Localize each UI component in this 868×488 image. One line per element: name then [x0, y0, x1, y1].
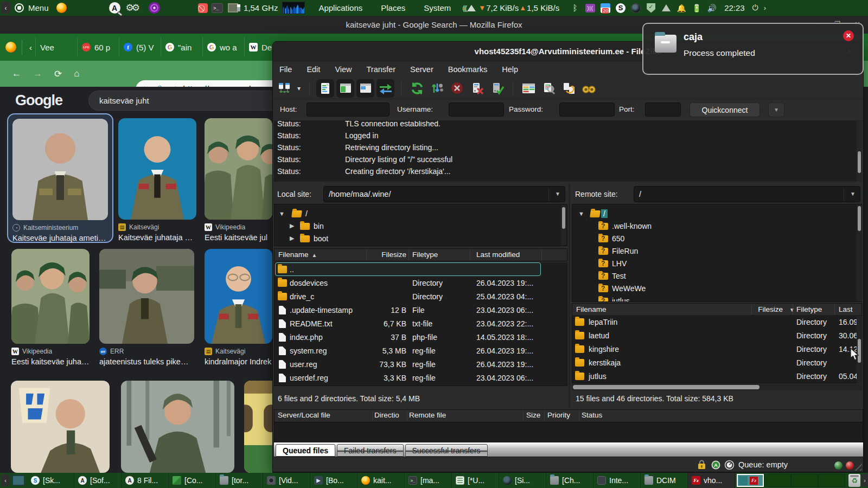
toggle-log-view-icon[interactable] — [316, 79, 334, 98]
reconnect-icon[interactable] — [488, 79, 506, 98]
applications-menu[interactable]: Applications — [314, 3, 367, 12]
battery-icon[interactable]: 🔋 — [692, 3, 701, 13]
host-input[interactable] — [307, 102, 390, 117]
taskbar-window-button[interactable]: 8 Fil... — [122, 473, 169, 488]
system-menu[interactable]: System — [419, 3, 456, 12]
column-remote-file[interactable]: Remote file — [409, 411, 446, 419]
pane-splitter[interactable] — [569, 184, 570, 408]
column-filename[interactable]: Filename — [576, 305, 607, 313]
process-queue-icon[interactable] — [428, 79, 446, 98]
tree-item-selected[interactable]: / — [601, 209, 608, 218]
quickconnect-button[interactable]: Quickconnect — [690, 102, 760, 117]
shield-tray-icon[interactable] — [647, 3, 655, 13]
cpu-applet-icon[interactable] — [228, 3, 238, 12]
browser-tab[interactable]: wo a — [202, 37, 244, 57]
blocker-icon[interactable]: ⃠ — [198, 3, 208, 13]
firefox-icon[interactable] — [5, 42, 16, 53]
chevron-down-icon[interactable]: ▼ — [555, 191, 560, 197]
log-scrollbar[interactable] — [857, 121, 862, 182]
site-manager-dropdown-icon[interactable]: ▾ — [297, 85, 301, 92]
search-tool-icon[interactable]: A — [109, 2, 120, 14]
clock[interactable]: 22:23 — [724, 3, 745, 12]
column-server-local[interactable]: Server/Local file — [278, 411, 330, 419]
file-row[interactable]: lepaTriin Directory 16.09 — [572, 315, 861, 329]
column-filesize[interactable]: Filesize — [367, 251, 406, 259]
notification-close-icon[interactable]: ✕ — [843, 30, 854, 41]
trash-applet-icon[interactable]: ♻ — [848, 474, 860, 487]
file-row[interactable]: system.reg 5,3 MB reg-file 26.04.2023 19… — [275, 344, 567, 357]
panel-collapse-left-icon[interactable]: ‹ — [1, 2, 10, 14]
taskbar-window-button[interactable]: [Co... — [169, 473, 216, 488]
result-title[interactable]: ajateenistus tuleks pike… — [99, 357, 194, 366]
image-result-card[interactable] — [244, 381, 272, 473]
taskbar-window-button[interactable]: [Ch... — [546, 473, 593, 488]
menu-server[interactable]: Server — [405, 63, 439, 76]
menu-button[interactable]: Menu — [28, 3, 49, 12]
taskbar-window-button[interactable]: DCIM — [641, 473, 688, 488]
tree-item[interactable]: / — [305, 209, 308, 218]
file-row[interactable]: .. — [275, 262, 567, 276]
tree-item[interactable]: FileRun — [612, 247, 638, 255]
mint-menu-icon[interactable] — [15, 3, 24, 12]
back-icon[interactable]: ← — [12, 68, 21, 79]
image-result-card[interactable]: WVikipeedia Eesti kaitseväe juha… — [11, 249, 90, 370]
column-filetype[interactable]: Filetype — [412, 251, 438, 259]
column-size[interactable]: Size — [526, 411, 540, 419]
file-row[interactable]: drive_c Directory 25.04.2023 04:... — [275, 290, 567, 303]
cancel-icon[interactable] — [448, 79, 466, 98]
local-site-combo[interactable]: /home/maa/.wine/ ▼ — [323, 186, 565, 202]
home-icon[interactable]: ⌂ — [74, 68, 79, 79]
tree-item[interactable]: WeWeWe — [612, 284, 646, 293]
synchronized-browsing-icon[interactable] — [560, 79, 578, 98]
workspace-1[interactable] — [737, 474, 764, 487]
workspace-2[interactable] — [764, 474, 791, 487]
panel-collapse-right-icon[interactable]: › — [764, 4, 766, 12]
collapsed-icon[interactable]: ▶ — [290, 235, 294, 242]
menu-bookmarks[interactable]: Bookmarks — [443, 63, 493, 76]
file-row[interactable]: index.php 37 B php-file 14.05.2023 18:..… — [275, 330, 567, 344]
taskbar-window-button[interactable]: [Sof... — [74, 473, 122, 488]
tree-item[interactable]: LHV — [612, 259, 627, 268]
calendar-icon[interactable] — [601, 3, 610, 13]
file-row[interactable]: kerstikaja Directory — [572, 356, 861, 369]
taskbar-window-button[interactable]: vho... — [688, 473, 735, 488]
password-input[interactable] — [559, 102, 615, 117]
queue-tab[interactable]: Failed transfers — [337, 444, 403, 457]
tor-browser-icon[interactable] — [149, 2, 160, 14]
queue-tab[interactable]: Queued files — [276, 444, 335, 457]
file-row[interactable]: laetud Directory 30.06 — [572, 329, 861, 342]
workspace-switcher[interactable] — [737, 474, 845, 487]
file-row[interactable]: user.reg 73,3 KB reg-file 26.04.2023 19:… — [275, 357, 567, 371]
menu-edit[interactable]: Edit — [301, 63, 326, 76]
tree-item[interactable]: bin — [314, 222, 324, 230]
firefox-launcher-icon[interactable] — [56, 3, 67, 13]
tree-item[interactable]: 650 — [612, 234, 624, 243]
taskbar-window-button[interactable]: [Si... — [499, 473, 546, 488]
image-result-card[interactable]: ▤Kaitsevägi Kaitseväe juhataja … — [118, 118, 196, 243]
port-input[interactable] — [645, 102, 681, 117]
collapsed-icon[interactable]: ▶ — [290, 222, 294, 229]
taskbar-window-button[interactable]: kait... — [358, 473, 405, 488]
bluetooth-icon[interactable]: ᛒ — [570, 3, 580, 13]
site-manager-icon[interactable] — [275, 79, 293, 98]
disconnect-icon[interactable] — [468, 79, 486, 98]
image-result-card[interactable] — [11, 381, 110, 473]
remote-file-list[interactable]: lepaTriin Directory 16.09 laetud Directo… — [572, 315, 862, 383]
skype-tray-icon[interactable]: S — [616, 3, 626, 13]
show-desktop-button[interactable] — [12, 475, 25, 486]
image-result-card[interactable]: ◔Kaitseministeerium Kaitseväe juhataja a… — [7, 113, 113, 243]
browser-tab[interactable]: (5) V — [119, 37, 161, 57]
image-result-card[interactable]: ▤Kaitsevägi kindralmajor Indrek — [205, 249, 272, 370]
tree-item[interactable]: jutlus — [612, 297, 630, 303]
workspace-4[interactable] — [818, 474, 845, 487]
filter-icon[interactable] — [580, 79, 598, 98]
power-icon[interactable]: ⏻ — [752, 3, 758, 12]
result-title[interactable]: kindralmajor Indrek — [205, 357, 272, 366]
refresh-icon[interactable] — [408, 79, 426, 98]
browser-tab[interactable]: 60 p — [77, 37, 119, 57]
expanded-icon[interactable]: ▼ — [578, 210, 584, 217]
forward-icon[interactable]: → — [33, 68, 42, 79]
tree-item[interactable]: Test — [612, 272, 626, 280]
menu-transfer[interactable]: Transfer — [361, 63, 401, 76]
taskbar-window-button[interactable]: [Sk... — [27, 473, 74, 488]
